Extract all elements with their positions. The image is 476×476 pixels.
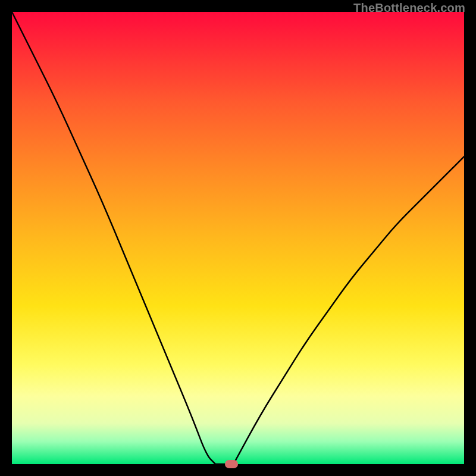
optimal-point-marker xyxy=(225,460,238,468)
curve-path xyxy=(12,12,464,464)
chart-frame: TheBottleneck.com xyxy=(0,0,476,476)
watermark-text: TheBottleneck.com xyxy=(353,1,465,15)
bottleneck-curve xyxy=(12,12,464,464)
